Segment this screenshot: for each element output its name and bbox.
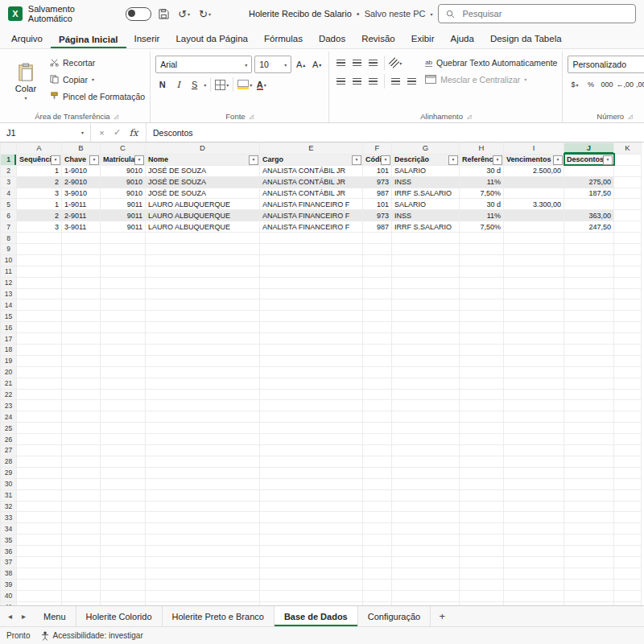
- fill-color-button[interactable]: ▾: [237, 77, 252, 92]
- cell-G22[interactable]: [392, 389, 460, 400]
- cell-F11[interactable]: [363, 266, 392, 277]
- cell-A10[interactable]: [17, 254, 62, 266]
- cell-E6[interactable]: ANALISTA FINANCEIRO F: [260, 210, 363, 221]
- cell-C30[interactable]: [101, 478, 146, 489]
- cell-E25[interactable]: [260, 423, 363, 434]
- column-header-K[interactable]: K: [614, 143, 642, 155]
- cell-B28[interactable]: [62, 456, 101, 467]
- cell-D38[interactable]: [146, 568, 260, 579]
- format-painter-button[interactable]: Pincel de Formatação: [50, 89, 145, 103]
- cell-A6[interactable]: 2: [17, 210, 62, 221]
- cell-B8[interactable]: [62, 233, 101, 244]
- row-header-37[interactable]: 37: [1, 556, 17, 568]
- cell-K25[interactable]: [614, 423, 642, 434]
- cell-F27[interactable]: [363, 445, 392, 456]
- cut-button[interactable]: Recortar: [50, 56, 145, 69]
- paste-button[interactable]: Colar ▾: [8, 52, 43, 110]
- cell-E12[interactable]: [260, 277, 363, 288]
- cell-D37[interactable]: [146, 556, 260, 568]
- cell-H3[interactable]: 11%: [460, 176, 504, 188]
- cell-G10[interactable]: [392, 254, 460, 266]
- decrease-indent-button[interactable]: [389, 74, 402, 89]
- cell-D28[interactable]: [146, 456, 260, 467]
- cell-A31[interactable]: [17, 489, 62, 501]
- cell-C7[interactable]: 9011: [101, 221, 146, 233]
- cell-J18[interactable]: [564, 345, 614, 356]
- cell-I13[interactable]: [504, 288, 564, 299]
- cell-B19[interactable]: [62, 355, 101, 366]
- cell-C16[interactable]: [101, 322, 146, 333]
- cell-D39[interactable]: [146, 579, 260, 590]
- cell-B22[interactable]: [62, 389, 101, 400]
- cell-G31[interactable]: [392, 489, 460, 501]
- cell-B3[interactable]: 2-9010: [62, 176, 101, 188]
- column-header-F[interactable]: F: [363, 143, 392, 155]
- cell-D7[interactable]: LAURO ALBUQUERQUE: [146, 221, 260, 233]
- cell-H13[interactable]: [460, 288, 504, 299]
- cell-K35[interactable]: [614, 535, 642, 546]
- cell-D20[interactable]: [146, 366, 260, 378]
- cell-B7[interactable]: 3-9011: [62, 221, 101, 233]
- cell-I40[interactable]: [504, 590, 564, 601]
- cell-C20[interactable]: [101, 366, 146, 378]
- cell-G33[interactable]: [392, 512, 460, 523]
- cell-F16[interactable]: [363, 322, 392, 333]
- cell-J11[interactable]: [564, 266, 614, 277]
- cell-H15[interactable]: [460, 311, 504, 322]
- align-middle-button[interactable]: [350, 56, 364, 70]
- cell-H16[interactable]: [460, 322, 504, 333]
- cell-D35[interactable]: [146, 535, 260, 546]
- cell-D11[interactable]: [146, 266, 260, 277]
- cell-D15[interactable]: [146, 311, 260, 322]
- cell-E7[interactable]: ANALISTA FINANCEIRO F: [260, 221, 363, 233]
- confirm-entry-button[interactable]: ✓: [110, 127, 124, 138]
- cell-A2[interactable]: 1: [17, 165, 62, 176]
- cell-K30[interactable]: [614, 478, 642, 489]
- column-header-B[interactable]: B: [62, 143, 101, 155]
- cell-I21[interactable]: [504, 378, 564, 389]
- excel-logo-icon[interactable]: X: [8, 6, 23, 21]
- cell-C22[interactable]: [101, 389, 146, 400]
- cell-K38[interactable]: [614, 568, 642, 579]
- cell-C3[interactable]: 9010: [101, 176, 146, 188]
- cell-G40[interactable]: [392, 590, 460, 601]
- cell-K13[interactable]: [614, 288, 642, 299]
- cell-C13[interactable]: [101, 288, 146, 299]
- cell-J12[interactable]: [564, 277, 614, 288]
- cell-I27[interactable]: [504, 445, 564, 456]
- cell-G29[interactable]: [392, 467, 460, 478]
- cell-B37[interactable]: [62, 556, 101, 568]
- cell-B13[interactable]: [62, 288, 101, 299]
- cell-A3[interactable]: 2: [17, 176, 62, 188]
- cell-H14[interactable]: [460, 299, 504, 311]
- cell-H40[interactable]: [460, 590, 504, 601]
- cell-K16[interactable]: [614, 322, 642, 333]
- cell-G1[interactable]: Descrição▼: [392, 154, 460, 165]
- cell-D19[interactable]: [146, 355, 260, 366]
- cell-G23[interactable]: [392, 400, 460, 411]
- cell-B21[interactable]: [62, 378, 101, 389]
- filter-icon-C[interactable]: ▼: [134, 155, 144, 165]
- cell-J19[interactable]: [564, 355, 614, 366]
- row-header-35[interactable]: 35: [1, 535, 17, 546]
- cell-A5[interactable]: 1: [17, 199, 62, 210]
- cell-D13[interactable]: [146, 288, 260, 299]
- cell-A32[interactable]: [17, 501, 62, 512]
- cell-F35[interactable]: [363, 535, 392, 546]
- cell-J3[interactable]: 275,00: [564, 176, 614, 188]
- cell-E10[interactable]: [260, 254, 363, 266]
- cell-C1[interactable]: Matrícula▼: [101, 154, 146, 165]
- cell-G26[interactable]: [392, 434, 460, 445]
- search-box[interactable]: [438, 4, 636, 23]
- cell-A7[interactable]: 3: [17, 221, 62, 233]
- cell-A20[interactable]: [17, 366, 62, 378]
- cell-A39[interactable]: [17, 579, 62, 590]
- cell-F4[interactable]: 987: [363, 188, 392, 199]
- row-header-20[interactable]: 20: [1, 366, 17, 378]
- cell-F21[interactable]: [363, 378, 392, 389]
- document-title[interactable]: Holerite Recibo de Salario • Salvo neste…: [249, 9, 433, 19]
- cell-I14[interactable]: [504, 299, 564, 311]
- cell-G4[interactable]: IRRF S.SALARIO: [392, 188, 460, 199]
- cell-E22[interactable]: [260, 389, 363, 400]
- row-header-18[interactable]: 18: [1, 345, 17, 356]
